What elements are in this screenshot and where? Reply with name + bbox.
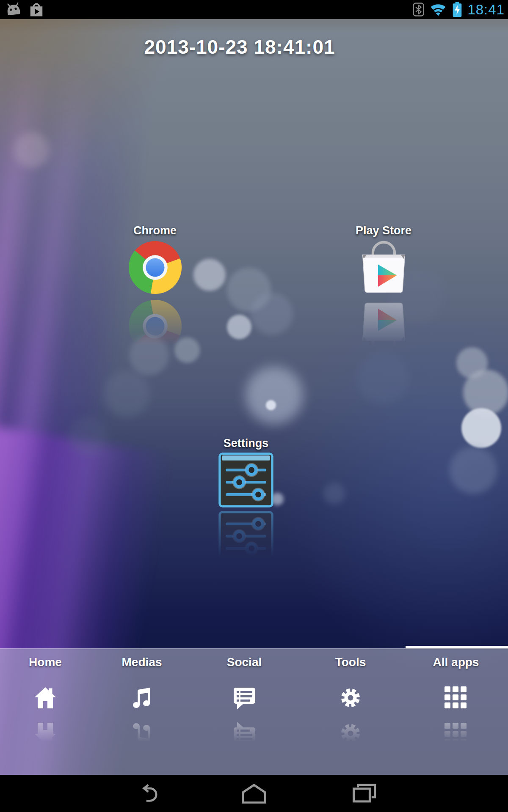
notification-icons[interactable]: [5, 2, 44, 18]
app-label: Play Store: [356, 223, 411, 238]
home-icon-reflection: [33, 721, 58, 746]
bokeh-circle: [251, 293, 293, 335]
android-home-screen: 18:41 2013-10-23 18:41:01 Chrome: [0, 0, 508, 812]
play-store-icon: [355, 239, 412, 296]
home-outline-icon: [240, 783, 268, 804]
music-note-icon-reflection: [130, 721, 154, 746]
dock-item-tools[interactable]: Tools: [310, 655, 391, 746]
dock-item-all-apps[interactable]: All apps: [416, 655, 496, 746]
navigation-bar: [0, 775, 508, 812]
home-icon: [33, 686, 58, 710]
bokeh-circle: [450, 447, 497, 494]
home-button[interactable]: [229, 775, 279, 812]
chrome-icon-reflection: [127, 298, 183, 354]
app-chrome[interactable]: Chrome: [113, 223, 197, 354]
status-indicators: 18:41: [413, 0, 505, 19]
clock-widget-text: 2013-10-23 18:41:01: [144, 36, 335, 58]
dock-panel: Home Medias: [0, 648, 508, 776]
app-grid-icon: [444, 686, 468, 710]
wifi-icon: [429, 3, 447, 17]
bokeh-circle: [69, 417, 108, 456]
dock-item-home[interactable]: Home: [5, 655, 86, 746]
status-bar: 18:41: [0, 0, 508, 19]
dock-item-medias[interactable]: Medias: [102, 655, 182, 746]
recents-button[interactable]: [339, 775, 389, 812]
app-settings[interactable]: Settings: [204, 436, 288, 566]
settings-icon-reflection: [218, 510, 274, 566]
app-play-store[interactable]: Play Store: [341, 223, 426, 356]
bokeh-circle: [193, 259, 226, 291]
dock-page-indicator: [406, 646, 508, 648]
bokeh-circle: [246, 367, 303, 424]
back-arrow-icon: [136, 784, 158, 803]
recent-apps-icon: [352, 783, 376, 804]
app-label: Chrome: [133, 223, 177, 238]
bokeh-circle: [461, 408, 501, 448]
settings-icon: [218, 452, 274, 508]
dock-item-label: Home: [29, 655, 62, 669]
bokeh-circle: [14, 132, 50, 168]
back-button[interactable]: [122, 775, 173, 812]
play-store-icon-reflection: [355, 299, 412, 356]
bokeh-circle: [227, 315, 251, 339]
dock-item-label: Medias: [122, 655, 162, 669]
app-label: Settings: [224, 436, 269, 451]
app-grid-icon-reflection: [444, 721, 468, 746]
chat-list-bubble-icon-reflection: [232, 721, 257, 746]
gear-icon-reflection: [338, 721, 363, 746]
bokeh-circle: [357, 352, 409, 405]
android-robot-icon: [5, 3, 22, 17]
play-store-notification-icon: [29, 2, 44, 18]
chrome-icon: [127, 239, 183, 296]
battery-charging-icon: [452, 2, 462, 17]
dock-item-label: Tools: [335, 655, 366, 669]
gear-icon: [338, 686, 363, 710]
dock-item-label: Social: [227, 655, 262, 669]
bluetooth-icon: [413, 3, 424, 16]
clock-widget[interactable]: 2013-10-23 18:41:01: [0, 36, 479, 58]
bokeh-circle: [266, 400, 276, 410]
dock-item-social[interactable]: Social: [204, 655, 284, 746]
dock-item-label: All apps: [433, 655, 479, 669]
chat-list-bubble-icon: [232, 686, 257, 710]
bokeh-circle: [323, 483, 345, 505]
bokeh-circle: [104, 370, 150, 417]
music-note-icon: [130, 686, 154, 710]
status-time: 18:41: [467, 0, 505, 19]
